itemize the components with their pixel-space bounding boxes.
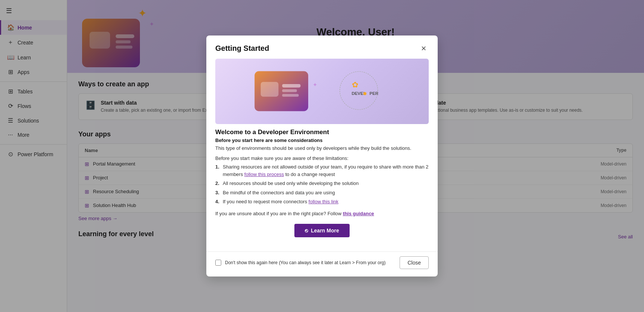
modal-dev-title: Welcome to a Developer Environment [215,129,429,136]
list-item: Sharing resources are not allowed outsid… [215,163,429,178]
dont-show-checkbox-label[interactable]: Don't show this again here (You can alwa… [215,260,385,266]
modal-intro-text: This type of environments should be used… [215,145,429,152]
close-button[interactable]: Close [400,256,429,269]
modal-footer: Don't show this again here (You can alwa… [206,251,438,277]
svg-rect-14 [282,89,297,92]
svg-text:✿: ✿ [352,80,359,89]
modal-backdrop[interactable]: Getting Started ✕ ✦ ✦ ✦ [0,0,644,312]
checkbox-text: Don't show this again here (You can alwa… [225,260,385,265]
svg-text:✦: ✦ [313,82,318,88]
close-icon: ✕ [421,45,426,52]
modal-guidance-text: If you are unsure about if you are in th… [215,210,429,217]
svg-rect-15 [282,94,298,97]
modal-header: Getting Started ✕ [206,35,438,54]
getting-started-modal: Getting Started ✕ ✦ ✦ ✦ [206,35,438,277]
follow-process-link[interactable]: follow this process [244,172,284,177]
modal-body: Welcome to a Developer Environment Befor… [206,129,438,252]
modal-actions: ⎋ Learn More [215,224,429,237]
guidance-prefix: If you are unsure about if you are in th… [215,211,343,216]
modal-limitations-list: Sharing resources are not allowed outsid… [215,163,429,206]
modal-list-intro: Before you start make sure you are aware… [215,155,429,161]
list-item: Be mindful of the connectors and data yo… [215,189,429,197]
dont-show-checkbox[interactable] [215,260,221,266]
modal-hero-image: ✦ ✦ ✦ ✿ DEVEL [215,59,429,124]
modal-considerations: Before you start here are some considera… [215,138,429,143]
svg-text:PER: PER [369,91,378,96]
list-item: If you need to request more connectors f… [215,198,429,206]
list-item: All resources should be used only while … [215,180,429,187]
modal-title: Getting Started [215,44,269,53]
svg-point-19 [363,92,366,95]
this-guidance-link[interactable]: this guidance [343,211,374,216]
modal-close-button[interactable]: ✕ [419,43,429,54]
learn-more-icon: ⎋ [305,228,308,234]
follow-link[interactable]: follow this link [309,199,338,204]
svg-rect-13 [282,84,300,87]
learn-more-button[interactable]: ⎋ Learn More [294,224,349,237]
svg-rect-12 [261,82,279,97]
learn-more-label: Learn More [311,228,339,234]
svg-point-16 [340,72,378,110]
